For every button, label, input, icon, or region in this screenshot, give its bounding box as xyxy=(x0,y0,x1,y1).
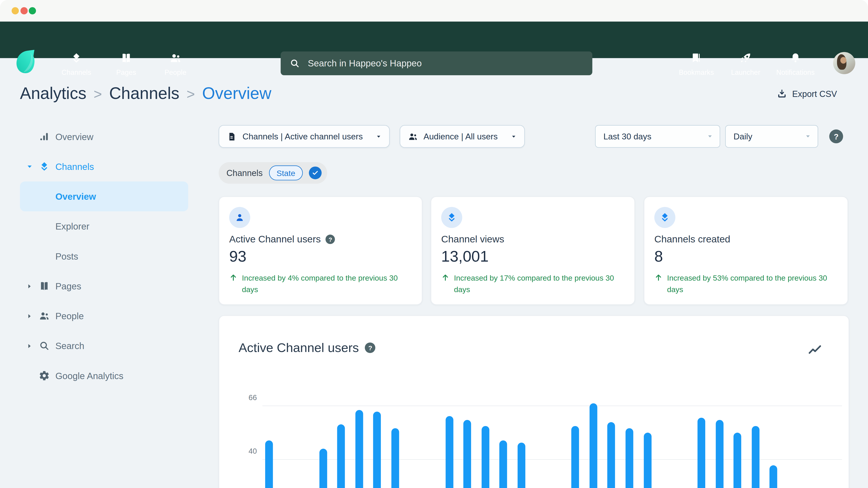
sidebar-item-google-analytics[interactable]: Google Analytics xyxy=(20,361,188,391)
app-window: Channels Pages People Bookmarks xyxy=(0,0,868,488)
chart-bar[interactable] xyxy=(608,422,615,488)
sidebar-item-people[interactable]: People xyxy=(20,301,188,331)
chip-confirm-button[interactable] xyxy=(309,166,322,179)
metric-dropdown[interactable]: Channels | Active channel users xyxy=(219,125,390,148)
chevron-down-icon[interactable] xyxy=(27,164,39,170)
avatar[interactable] xyxy=(833,52,855,74)
stat-card-active-channel-users: Active Channel users ? 93 Increased by 4… xyxy=(219,196,422,305)
stat-card-title: Active Channel users xyxy=(229,233,321,245)
search-icon xyxy=(39,340,55,351)
nav-item-pages[interactable]: Pages xyxy=(103,52,150,78)
granularity-select[interactable]: Daily xyxy=(725,125,818,148)
caret-down-icon xyxy=(707,133,713,139)
stat-card-channels-created: Channels created 8 Increased by 53% comp… xyxy=(644,196,848,305)
chip-group-label: Channels xyxy=(226,168,263,178)
sidebar-item-channels[interactable]: Channels xyxy=(20,152,188,182)
audience-dropdown-value: Audience | All users xyxy=(423,131,498,141)
arrow-up-icon xyxy=(229,273,238,282)
check-icon xyxy=(312,169,319,176)
breadcrumb-channels[interactable]: Channels xyxy=(109,84,179,103)
sidebar-item-posts[interactable]: Posts xyxy=(20,241,188,271)
channels-icon xyxy=(441,207,462,228)
chart-bar[interactable] xyxy=(644,432,651,488)
caret-down-icon xyxy=(805,133,811,139)
chart-bar[interactable] xyxy=(482,426,489,488)
caret-down-icon xyxy=(511,133,516,139)
chart-bar[interactable] xyxy=(698,418,705,488)
sidebar-item-label: Explorer xyxy=(55,221,89,232)
chart-bar[interactable] xyxy=(770,465,777,488)
nav-item-channels[interactable]: Channels xyxy=(53,52,100,78)
chart-bar[interactable] xyxy=(463,420,471,488)
nav-item-label: Bookmarks xyxy=(679,69,714,76)
search-icon xyxy=(289,58,300,69)
sidebar-item-pages[interactable]: Pages xyxy=(20,271,188,301)
breadcrumb-overview[interactable]: Overview xyxy=(202,84,271,103)
chevron-right-icon[interactable] xyxy=(27,283,39,289)
chart-bar[interactable] xyxy=(391,428,399,488)
stat-card-value: 93 xyxy=(229,248,246,265)
search-input[interactable] xyxy=(307,58,583,69)
metric-dropdown-value: Channels | Active channel users xyxy=(243,131,363,141)
chevron-right-icon[interactable] xyxy=(27,343,39,349)
people-icon xyxy=(408,131,418,141)
sidebar-item-search[interactable]: Search xyxy=(20,331,188,361)
chart-bar[interactable] xyxy=(752,426,759,488)
sidebar-item-label: Overview xyxy=(55,131,93,142)
analytics-sidebar: Overview Channels Overview Explorer Post… xyxy=(20,122,188,391)
book-icon xyxy=(120,52,132,66)
breadcrumb-analytics[interactable]: Analytics xyxy=(20,84,86,103)
stat-card-delta: Increased by 53% compared to the previou… xyxy=(654,272,837,296)
chart-bar[interactable] xyxy=(734,432,741,488)
sidebar-item-label: Google Analytics xyxy=(55,370,123,381)
sidebar-item-overview[interactable]: Overview xyxy=(20,122,188,152)
stat-card-delta: Increased by 4% compared to the previous… xyxy=(229,272,412,296)
sidebar-item-explorer[interactable]: Explorer xyxy=(20,212,188,241)
help-icon[interactable]: ? xyxy=(326,234,335,244)
channels-icon xyxy=(654,207,675,228)
top-navbar: Channels Pages People Bookmarks xyxy=(0,22,868,58)
chart-bar[interactable] xyxy=(319,449,327,488)
chart-bar[interactable] xyxy=(571,426,579,488)
bar-chart-icon xyxy=(39,131,55,142)
chart-bar[interactable] xyxy=(265,441,273,488)
nav-item-launcher[interactable]: Launcher xyxy=(722,52,769,78)
people-icon xyxy=(39,311,55,322)
nav-item-people[interactable]: People xyxy=(152,52,199,78)
help-icon[interactable]: ? xyxy=(829,129,843,143)
chart-bar[interactable] xyxy=(337,424,345,488)
nav-item-notifications[interactable]: Notifications xyxy=(772,52,819,78)
sidebar-item-label: Pages xyxy=(55,281,81,291)
traffic-light-minimize[interactable] xyxy=(11,7,19,14)
breadcrumb: Analytics > Channels > Overview xyxy=(20,84,271,103)
sidebar-item-label: Channels xyxy=(55,161,94,172)
traffic-light-close[interactable] xyxy=(20,7,27,14)
download-icon xyxy=(777,89,787,99)
happeo-logo[interactable] xyxy=(16,50,35,74)
sidebar-item-channels-overview[interactable]: Overview xyxy=(20,182,188,211)
chart-bar[interactable] xyxy=(590,403,597,488)
chart-bar[interactable] xyxy=(716,420,723,488)
chevron-right-icon[interactable] xyxy=(27,313,39,319)
chart-bar[interactable] xyxy=(518,443,525,488)
stat-card-delta: Increased by 17% compared to the previou… xyxy=(441,272,624,296)
chart-bar[interactable] xyxy=(355,410,363,488)
bell-icon xyxy=(789,52,802,66)
global-search[interactable] xyxy=(281,52,592,75)
chart-bar[interactable] xyxy=(445,416,453,488)
screenshot-viewport: Channels Pages People Bookmarks xyxy=(0,0,868,488)
state-chip[interactable]: State xyxy=(269,165,303,180)
person-icon xyxy=(229,207,250,228)
export-csv-button[interactable]: Export CSV xyxy=(777,89,837,99)
sidebar-item-label: People xyxy=(55,311,84,321)
date-range-select[interactable]: Last 30 days xyxy=(595,125,720,148)
nav-item-bookmarks[interactable]: Bookmarks xyxy=(673,52,720,78)
chart-bar[interactable] xyxy=(499,441,507,488)
channels-icon xyxy=(39,161,55,172)
chart-bar[interactable] xyxy=(625,428,633,488)
chart-bar[interactable] xyxy=(373,412,381,488)
audience-dropdown[interactable]: Audience | All users xyxy=(400,125,525,148)
report-icon xyxy=(227,131,237,141)
chart-plot xyxy=(219,316,848,488)
traffic-light-zoom[interactable] xyxy=(29,7,36,14)
